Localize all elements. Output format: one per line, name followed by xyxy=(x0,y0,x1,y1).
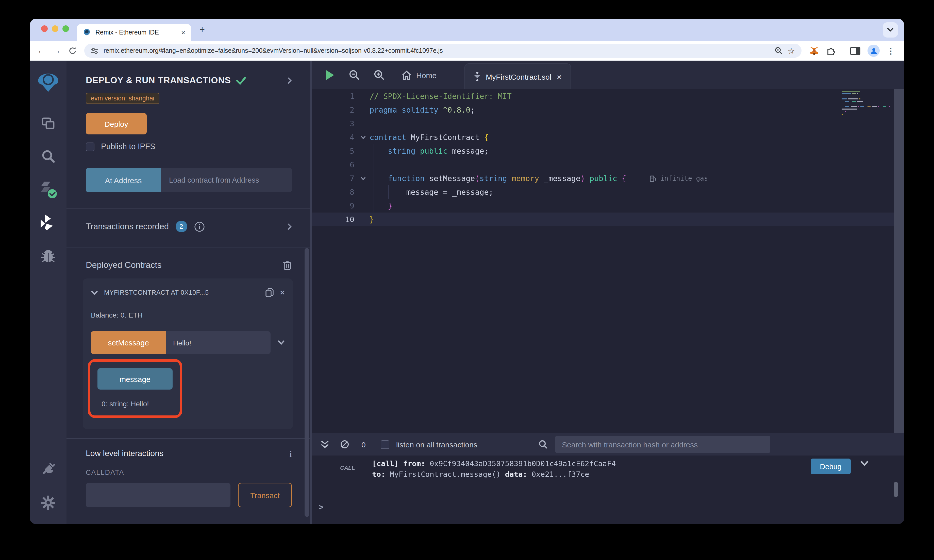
panel-header: DEPLOY & RUN TRANSACTIONS xyxy=(86,75,292,86)
terminal-prompt[interactable]: > xyxy=(319,502,324,512)
code-line[interactable]: 8 message = _message; xyxy=(312,185,904,199)
tab-myfirstcontract[interactable]: MyFirstContract.sol × xyxy=(464,63,571,89)
expand-terminal-icon[interactable] xyxy=(321,440,329,448)
zoom-page-icon[interactable] xyxy=(774,47,783,55)
debug-button[interactable]: Debug xyxy=(811,458,851,474)
set-message-button[interactable]: setMessage xyxy=(91,331,166,354)
profile-avatar[interactable] xyxy=(868,45,880,57)
metamask-icon[interactable] xyxy=(809,46,819,55)
code-line[interactable]: 1// SPDX-License-Identifier: MIT xyxy=(312,89,904,103)
window-controls xyxy=(41,25,69,32)
terminal-scrollbar[interactable] xyxy=(894,482,898,497)
browser-window: Remix - Ethereum IDE × + ← → remix.ether… xyxy=(30,19,904,524)
panel-scrollbar[interactable] xyxy=(305,248,309,517)
search-icon[interactable] xyxy=(30,149,66,164)
deployed-contracts-header: Deployed Contracts xyxy=(86,260,292,270)
transactions-expand-chevron-icon[interactable] xyxy=(287,223,292,230)
bookmark-star-icon[interactable]: ☆ xyxy=(788,46,795,55)
editor-minimap[interactable] xyxy=(842,91,890,115)
zoom-out-icon[interactable] xyxy=(349,69,360,81)
browser-tabstrip: Remix - Ethereum IDE × + xyxy=(30,19,904,41)
tab-search-button[interactable] xyxy=(883,22,898,37)
forward-button[interactable]: → xyxy=(53,47,61,55)
clear-console-icon[interactable] xyxy=(340,440,349,449)
transactions-recorded-row: Transactions recorded 2 xyxy=(86,221,292,232)
code-editor[interactable]: 1// SPDX-License-Identifier: MIT2pragma … xyxy=(312,89,904,433)
publish-ipfs-checkbox[interactable] xyxy=(86,142,94,151)
info-icon[interactable] xyxy=(194,221,205,232)
address-bar[interactable]: remix.ethereum.org/#lang=en&optimize=fal… xyxy=(84,44,801,58)
contract-card-header[interactable]: MYFIRSTCONTRACT AT 0X10F...5 × xyxy=(91,288,285,298)
remove-instance-icon[interactable]: × xyxy=(280,288,285,297)
code-line[interactable]: 2pragma solidity ^0.8.0; xyxy=(312,103,904,117)
settings-gear-icon[interactable] xyxy=(30,495,66,510)
log-expand-chevron-icon[interactable] xyxy=(860,461,869,466)
code-line[interactable]: 7 function setMessage(string memory _mes… xyxy=(312,171,904,185)
tab-home[interactable]: Home xyxy=(402,70,436,80)
code-line[interactable]: 6 xyxy=(312,158,904,171)
indent-guide xyxy=(374,144,374,212)
code-line[interactable]: 10} xyxy=(312,212,904,226)
terminal: 0 listen on all transactions CALL [call]… xyxy=(312,433,904,524)
transact-button[interactable]: Transact xyxy=(238,483,292,507)
terminal-count: 0 xyxy=(361,440,366,449)
calldata-row: Transact xyxy=(86,483,292,507)
section-divider xyxy=(66,438,310,439)
deploy-and-run-icon[interactable] xyxy=(30,215,66,231)
low-level-info-icon[interactable]: i xyxy=(289,449,292,460)
new-tab-button[interactable]: + xyxy=(199,25,205,35)
message-button[interactable]: message xyxy=(97,368,173,389)
set-message-input[interactable] xyxy=(166,331,271,354)
collapse-chevron-icon[interactable] xyxy=(91,291,98,295)
extension-icons: ⋮ xyxy=(809,45,897,57)
code-line[interactable]: 4contract MyFirstContract { xyxy=(312,130,904,144)
screen: Remix - Ethereum IDE × + ← → remix.ether… xyxy=(0,0,934,560)
publish-ipfs-label[interactable]: Publish to IPFS xyxy=(101,142,155,151)
gas-estimate-annotation: infinite gas xyxy=(650,174,708,182)
reload-button[interactable] xyxy=(69,47,77,55)
listen-transactions-label[interactable]: listen on all transactions xyxy=(396,440,478,449)
listen-transactions-checkbox[interactable] xyxy=(381,440,390,449)
close-window-button[interactable] xyxy=(41,25,48,32)
code-lines: 1// SPDX-License-Identifier: MIT2pragma … xyxy=(312,89,904,226)
extensions-puzzle-icon[interactable] xyxy=(826,46,835,55)
plugin-manager-icon[interactable] xyxy=(30,461,66,477)
trash-icon[interactable] xyxy=(283,260,292,270)
run-script-icon[interactable] xyxy=(325,69,335,81)
file-explorer-icon[interactable] xyxy=(30,115,66,131)
file-tab-close-icon[interactable]: × xyxy=(557,72,561,81)
copy-address-icon[interactable] xyxy=(265,288,274,298)
terminal-search-input[interactable] xyxy=(555,436,770,453)
at-address-button[interactable]: At Address xyxy=(86,168,161,192)
low-level-header: Low level interactions i xyxy=(86,449,292,460)
section-divider xyxy=(66,248,310,248)
remix-logo-icon[interactable] xyxy=(30,69,66,96)
indent-guide xyxy=(388,185,389,199)
deployed-contracts-title: Deployed Contracts xyxy=(86,260,162,270)
calldata-input[interactable] xyxy=(86,483,230,507)
transactions-count-badge: 2 xyxy=(176,221,187,232)
code-line[interactable]: 3 xyxy=(312,117,904,130)
solidity-compiler-icon[interactable] xyxy=(30,181,66,199)
zoom-in-icon[interactable] xyxy=(374,69,385,81)
maximize-window-button[interactable] xyxy=(62,25,69,32)
minimize-window-button[interactable] xyxy=(52,25,59,32)
browser-tab[interactable]: Remix - Ethereum IDE × xyxy=(77,24,191,41)
at-address-input[interactable] xyxy=(161,168,292,192)
tab-close-icon[interactable]: × xyxy=(181,29,185,36)
site-settings-icon[interactable] xyxy=(91,47,99,55)
section-divider xyxy=(66,208,310,209)
editor-scrollbar[interactable] xyxy=(894,89,904,433)
browser-menu-icon[interactable]: ⋮ xyxy=(887,46,895,55)
debugger-icon[interactable] xyxy=(30,249,66,264)
back-button[interactable]: ← xyxy=(37,47,45,55)
code-line[interactable]: 5 string public message; xyxy=(312,144,904,158)
url-text[interactable]: remix.ethereum.org/#lang=en&optimize=fal… xyxy=(103,47,769,54)
expand-args-chevron-icon[interactable] xyxy=(277,340,285,345)
deploy-button[interactable]: Deploy xyxy=(86,113,147,134)
panel-pin-chevron-icon[interactable] xyxy=(287,77,292,84)
side-panel-icon[interactable] xyxy=(850,46,860,55)
code-line[interactable]: 9 } xyxy=(312,199,904,212)
calldata-label: CALLDATA xyxy=(86,469,292,476)
browser-toolbar: ← → remix.ethereum.org/#lang=en&optimize… xyxy=(30,41,904,61)
